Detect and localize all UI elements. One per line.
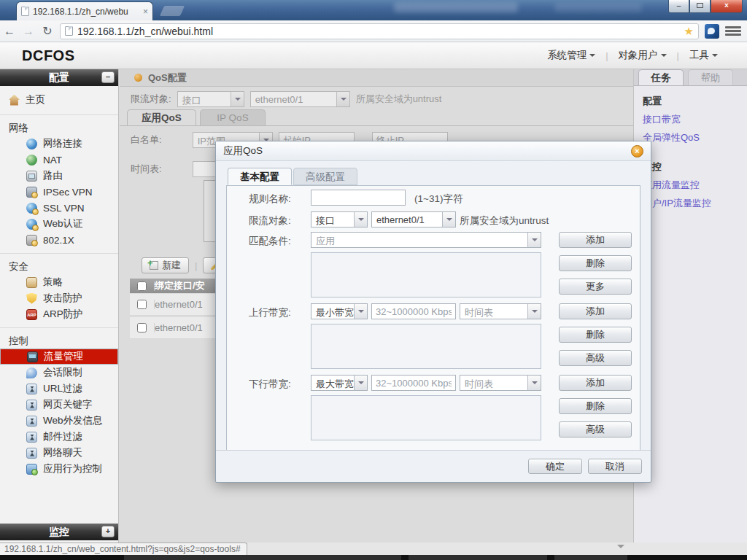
match-more-button[interactable]: 更多: [559, 279, 632, 295]
sidebar-item-mail-filter[interactable]: 邮件过滤: [0, 429, 118, 445]
tab-title: 192.168.1.1/zh_cn/webu: [33, 7, 139, 17]
tab-ip-qos[interactable]: IP QoS: [200, 109, 266, 125]
status-url-tooltip: 192.168.1.1/zh_cn/web_content.html?js=qo…: [0, 542, 247, 555]
match-condition-select[interactable]: 应用: [311, 232, 541, 248]
downstream-schedule-select[interactable]: 时间表: [460, 375, 541, 391]
url-filter-icon: [26, 384, 37, 394]
row-interface-cell: ethernet0/1: [155, 322, 203, 333]
tab-help[interactable]: 帮助: [688, 69, 733, 85]
tab-close-icon[interactable]: ×: [143, 7, 148, 16]
chevron-down-icon: [589, 54, 595, 60]
main-tabs: 应用QoS IP QoS: [120, 109, 633, 126]
sidebar-item-network-connect[interactable]: 网络连接: [0, 136, 118, 152]
sidebar-item-route[interactable]: 路由: [0, 168, 118, 184]
upstream-delete-button[interactable]: 删除: [559, 327, 632, 343]
sidebar-item-8021x[interactable]: 802.1X: [0, 232, 118, 248]
menu-system-admin[interactable]: 系统管理: [537, 49, 605, 62]
chevron-down-icon: [527, 304, 541, 319]
upstream-schedule-select[interactable]: 时间表: [460, 303, 541, 319]
new-button[interactable]: 新建: [142, 257, 189, 273]
match-add-button[interactable]: 添加: [559, 232, 632, 248]
sidebar-monitor-title: 监控: [49, 526, 69, 539]
bookmark-star-icon[interactable]: ★: [684, 25, 694, 38]
select-all-checkbox[interactable]: [137, 281, 147, 291]
dcfos-logo: DCFOS: [22, 47, 75, 64]
sidebar-expand-button[interactable]: +: [101, 526, 115, 537]
dialog-close-icon[interactable]: ×: [631, 145, 643, 158]
upstream-add-button[interactable]: 添加: [559, 303, 632, 319]
menu-tools[interactable]: 工具: [679, 49, 728, 62]
divider: [0, 327, 118, 328]
dialog-interface-select[interactable]: ethernet0/1: [371, 211, 456, 228]
downstream-add-button[interactable]: 添加: [559, 375, 632, 391]
sidebar-item-app-behavior[interactable]: 应用行为控制: [0, 461, 118, 477]
upstream-bandwidth-input[interactable]: [371, 303, 456, 319]
match-delete-button[interactable]: 删除: [559, 255, 632, 271]
sidebar-item-home[interactable]: 主页: [0, 90, 118, 109]
qos-bullet-icon: [134, 74, 142, 82]
dialog-tab-advanced[interactable]: 高级配置: [293, 168, 357, 185]
dialog-titlebar[interactable]: 应用QoS ×: [216, 141, 651, 161]
upstream-advanced-button[interactable]: 高级: [559, 350, 632, 366]
downstream-delete-button[interactable]: 删除: [559, 398, 632, 414]
tab-task[interactable]: 任务: [638, 69, 684, 85]
home-icon: [9, 95, 20, 106]
key-icon: [26, 235, 37, 246]
row-checkbox[interactable]: [137, 300, 147, 309]
net-chat-icon: [26, 448, 37, 459]
limit-type-select[interactable]: 接口: [177, 91, 244, 107]
sidebar-monitor-bar[interactable]: 监控 +: [0, 524, 118, 540]
address-bar[interactable]: 192.168.1.1/zh_cn/webui.html ★: [60, 23, 699, 39]
sidebar-item-session-limit[interactable]: 会话限制: [0, 365, 118, 381]
windows-taskbar: [0, 555, 747, 560]
downstream-advanced-button[interactable]: 高级: [559, 421, 632, 438]
link-interface-bandwidth[interactable]: 接口带宽: [634, 108, 747, 126]
dialog-tab-basic[interactable]: 基本配置: [228, 168, 292, 185]
sidebar-item-arp-protect[interactable]: ARP防护: [0, 306, 118, 322]
upstream-listbox[interactable]: [311, 324, 541, 369]
scroll-down-icon[interactable]: [617, 545, 624, 552]
url-text[interactable]: 192.168.1.1/zh_cn/webui.html: [77, 26, 680, 37]
sidebar-item-attack-protect[interactable]: 攻击防护: [0, 290, 118, 306]
ok-button[interactable]: 确定: [528, 459, 582, 474]
menu-object-user[interactable]: 对象用户: [608, 49, 677, 62]
interface-select[interactable]: ethernet0/1: [250, 91, 350, 107]
window-maximize-button[interactable]: [689, 0, 711, 13]
tab-app-qos[interactable]: 应用QoS: [127, 109, 196, 125]
window-close-button[interactable]: ×: [711, 0, 743, 13]
downstream-listbox[interactable]: [311, 395, 541, 440]
dialog-limit-type-select[interactable]: 接口: [311, 211, 368, 228]
new-tab-button[interactable]: [160, 6, 185, 16]
sidebar-item-nat[interactable]: NAT: [0, 152, 118, 168]
browser-menu-icon[interactable]: [725, 25, 741, 37]
router-icon: [26, 171, 37, 182]
sidebar-item-ssl-vpn[interactable]: SSL VPN: [0, 200, 118, 216]
forward-icon[interactable]: →: [19, 25, 38, 38]
browser-tab[interactable]: 192.168.1.1/zh_cn/webu ×: [16, 1, 153, 20]
sidebar-item-policy[interactable]: 策略: [0, 274, 118, 290]
rule-name-input[interactable]: [311, 190, 406, 206]
limit-target-label: 限流对象:: [131, 93, 171, 106]
browser-extension-icon[interactable]: [705, 24, 719, 39]
window-minimize-button[interactable]: –: [668, 0, 689, 13]
downstream-bandwidth-input[interactable]: [371, 375, 456, 391]
upstream-type-select[interactable]: 最小带宽: [311, 303, 368, 319]
sidebar-item-web-auth[interactable]: Web认证: [0, 216, 118, 232]
sidebar-item-net-chat[interactable]: 网络聊天: [0, 445, 118, 461]
back-icon[interactable]: ←: [0, 25, 19, 38]
row-checkbox[interactable]: [137, 323, 147, 332]
reload-icon[interactable]: ↻: [38, 24, 57, 38]
whitelist-label: 白名单:: [131, 133, 162, 147]
cancel-button[interactable]: 取消: [588, 459, 642, 474]
sidebar-item-web-outgoing[interactable]: Web外发信息: [0, 413, 118, 429]
sidebar-section-network: 网络: [0, 121, 118, 136]
sidebar-item-traffic-mgmt[interactable]: 流量管理: [0, 349, 118, 365]
sidebar-item-url-filter[interactable]: URL过滤: [0, 381, 118, 397]
match-listbox[interactable]: [311, 252, 541, 298]
nat-icon: [26, 155, 37, 166]
sidebar-item-web-keyword[interactable]: 网页关键字: [0, 397, 118, 413]
row-interface-cell: ethernet0/1: [155, 299, 203, 310]
sidebar-collapse-button[interactable]: –: [101, 71, 115, 83]
downstream-type-select[interactable]: 最大带宽: [311, 375, 368, 391]
sidebar-item-ipsec-vpn[interactable]: IPSec VPN: [0, 184, 118, 200]
